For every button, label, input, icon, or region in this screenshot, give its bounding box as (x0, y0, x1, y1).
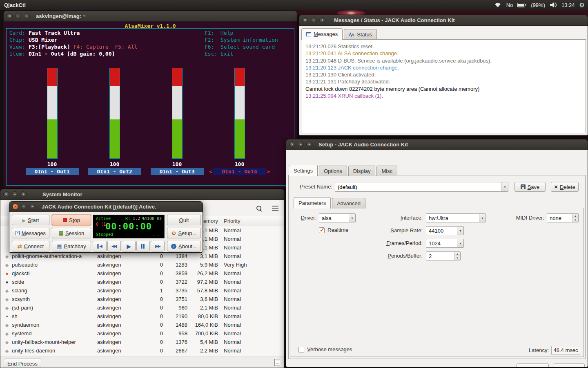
chevron-down-icon[interactable]: ▼ (349, 214, 355, 222)
process-row[interactable]: sclangaskvingen1373557,8 MiBNormal (0, 286, 284, 295)
seg-red (47, 68, 57, 86)
connect-button[interactable]: Connect (12, 241, 49, 251)
maximize-button[interactable] (24, 13, 30, 19)
close-button[interactable] (302, 17, 308, 23)
interface-combo[interactable]: hw:Ultra▼ (426, 213, 486, 222)
process-row[interactable]: unity-files-daemonaskvingen026672,2 MiBN… (0, 346, 284, 355)
verbose-messages-checkbox[interactable] (298, 347, 304, 352)
session-button[interactable]: Session (52, 228, 91, 238)
minimize-button[interactable] (21, 204, 27, 210)
process-row[interactable]: systemdaskvingen0958700,0 KiBNormal (0, 329, 284, 338)
setup-window: Setup - JACK Audio Connection Kit Settin… (286, 139, 588, 367)
spin-buttons[interactable]: ▲▼ (454, 252, 460, 260)
setup-titlebar[interactable]: Setup - JACK Audio Connection Kit (286, 139, 588, 150)
forward-button[interactable]: ▶▶ (151, 241, 165, 251)
process-row[interactable]: polkit-gnome-authentication-aaskvingen01… (0, 252, 284, 260)
close-button[interactable] (289, 141, 295, 148)
chevron-down-icon[interactable]: ▼ (457, 227, 463, 235)
maximize-button[interactable] (20, 191, 27, 197)
tab-status[interactable]: Status (344, 29, 377, 40)
maximize-button[interactable] (319, 17, 325, 23)
skip-back-button[interactable]: ▌◀ (93, 241, 107, 251)
messages-button[interactable]: Messages (12, 228, 49, 238)
process-cpu: 0 (135, 338, 163, 346)
column-header-priority[interactable]: Priority (224, 216, 240, 226)
battery-icon[interactable] (517, 3, 526, 7)
process-row[interactable]: scsynthaskvingen037513,6 MiBNormal (0, 295, 284, 303)
search-icon (256, 205, 262, 211)
chevron-down-icon[interactable]: ▼ (457, 239, 463, 247)
cancel-button[interactable]: Cancel (517, 364, 549, 367)
preset-name-input[interactable] (335, 182, 501, 191)
driver-combo[interactable]: alsa▼ (319, 213, 356, 222)
quit-button[interactable]: Quit (167, 215, 201, 225)
minimize-button[interactable] (298, 141, 304, 148)
stop-button[interactable]: Stop (52, 215, 91, 225)
about-button[interactable]: About... (167, 241, 201, 251)
volume-value: 100 (146, 161, 208, 167)
realtime-checkbox[interactable] (319, 227, 325, 233)
maximize-button[interactable] (306, 141, 312, 148)
save-button[interactable]: Save (514, 182, 546, 192)
midi-driver-combo[interactable]: none▲▼ (547, 213, 579, 222)
tab-settings[interactable]: Settings (289, 165, 318, 176)
close-button[interactable] (12, 204, 18, 210)
terminal-window: askvingen@Imag: ~ AlsaMixer v1.1.0 Card:… (3, 11, 297, 188)
selection-marker-right: > (267, 168, 270, 175)
close-button[interactable] (7, 13, 13, 19)
process-row[interactable]: (sd-pam)askvingen09602,1 MiBNormal (0, 303, 284, 312)
process-row[interactable]: scideaskvingen0372297,2 MiBNormal (0, 278, 284, 286)
sysmon-titlebar[interactable]: System Monitor (0, 189, 284, 200)
menu-button[interactable] (268, 203, 282, 213)
volume-icon[interactable] (550, 2, 557, 8)
delete-button[interactable]: Delete (551, 182, 579, 192)
tab-messages[interactable]: Messages (301, 28, 343, 40)
close-button[interactable] (3, 191, 9, 197)
minimize-button[interactable] (15, 13, 21, 19)
play-button[interactable]: ▶ (122, 241, 136, 251)
minimize-button[interactable] (311, 17, 317, 23)
log-file-icon[interactable] (274, 359, 280, 366)
tab-misc[interactable]: Misc (376, 166, 397, 176)
setup-button[interactable]: Setup... (167, 228, 201, 238)
tab-display[interactable]: Display (348, 166, 376, 176)
rewind-button[interactable]: ◀◀ (107, 241, 121, 251)
session-gear-icon[interactable]: ⚙ (579, 2, 585, 8)
maximize-button[interactable] (29, 204, 36, 210)
chevron-down-icon[interactable]: ▼ (479, 214, 486, 222)
end-process-button[interactable]: End Process (4, 359, 41, 368)
process-name: (sd-pam) (12, 303, 33, 312)
spin-buttons[interactable]: ▲▼ (572, 214, 578, 222)
ok-button[interactable]: OK (554, 364, 585, 367)
tab-advanced[interactable]: Advanced (332, 198, 365, 209)
process-row[interactable]: shaskvingen0219080,0 KiBNormal (0, 312, 284, 321)
process-row[interactable]: unity-fallback-mount-helperaskvingen0137… (0, 338, 284, 346)
tab-parameters[interactable]: Parameters (294, 197, 331, 209)
frames-period-combo[interactable]: 1024▼ (426, 239, 464, 248)
preset-name-combo[interactable]: ▼ (335, 182, 508, 192)
periods-buffer-spinbox[interactable]: 2▲▼ (426, 251, 461, 260)
network-icon[interactable] (494, 2, 502, 8)
terminal-titlebar[interactable]: askvingen@Imag: ~ (4, 11, 297, 22)
sample-rate-combo[interactable]: 44100▼ (426, 226, 464, 235)
messages-titlebar[interactable]: Messages / Status - JACK Audio Connectio… (299, 15, 588, 26)
patchbay-button[interactable]: Patchbay (52, 241, 91, 251)
search-button[interactable] (252, 203, 266, 213)
process-row[interactable]: syndaemonaskvingen01488164,0 KiBNormal (0, 321, 284, 329)
driver-label: Driver: (290, 213, 316, 222)
process-cpu: 0 (135, 278, 163, 286)
log-line: 13:21:20.026 Statistics reset. (305, 43, 581, 50)
tab-options[interactable]: Options (319, 166, 347, 176)
start-button[interactable]: Start (12, 215, 49, 225)
process-memory: 57,8 MiB (183, 286, 218, 295)
process-memory: 5,4 MiB (183, 338, 218, 346)
session-icon (59, 231, 63, 236)
process-icon (4, 321, 10, 330)
log-line: 13:21:20.130 Client activated. (305, 71, 581, 78)
qjackctl-titlebar[interactable]: JACK Audio Connection Kit [(default)] Ac… (9, 202, 203, 212)
chevron-down-icon[interactable]: ▼ (501, 182, 508, 191)
minimize-button[interactable] (12, 191, 18, 197)
process-row[interactable]: qjackctlaskvingen0385926,2 MiBNormal (0, 269, 284, 278)
process-row[interactable]: pulseaudioaskvingen012835,9 MiBVery High (0, 260, 284, 269)
pause-button[interactable]: ▌▌ (136, 241, 150, 251)
